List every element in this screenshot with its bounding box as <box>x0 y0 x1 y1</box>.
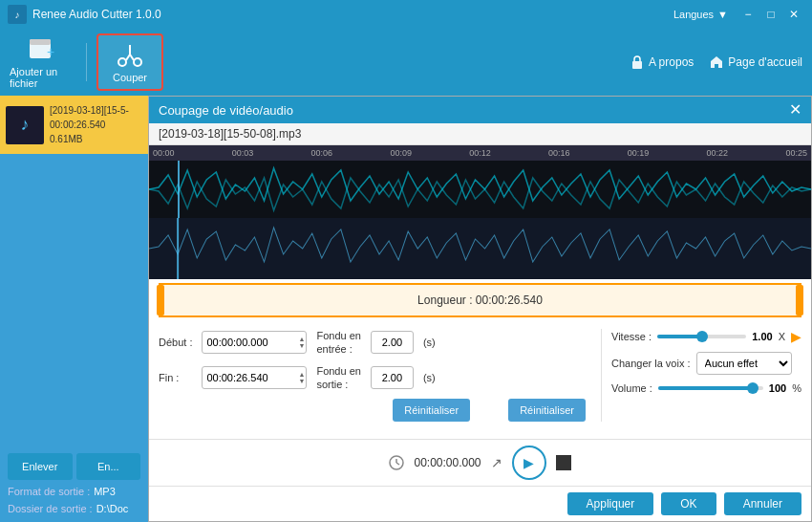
ok-button[interactable]: OK <box>661 492 716 515</box>
remove-button[interactable]: Enlever <box>8 453 73 480</box>
file-list-item[interactable]: ♪ [2019-03-18][15-5- 00:00:26.540 0.61MB <box>0 96 148 154</box>
folder-row: Dossier de sortie : D:\Doc <box>8 503 140 514</box>
format-label: Format de sortie : <box>8 486 90 497</box>
timeline-mark-4: 00:12 <box>469 148 491 158</box>
debut-value: 00:00:00.000 <box>206 337 267 348</box>
waveform-container: 00:00 00:03 00:06 00:09 00:12 00:16 00:1… <box>149 145 811 279</box>
timeline-mark-5: 00:16 <box>548 148 570 158</box>
volume-slider-thumb[interactable] <box>747 382 759 394</box>
playhead <box>178 161 180 218</box>
timeline-mark-3: 00:09 <box>390 148 412 158</box>
format-row: Format de sortie : MP3 <box>8 486 140 497</box>
fin-input[interactable]: 00:00:26.540 ▲ ▼ <box>202 366 307 389</box>
fin-row: Fin : 00:00:26.540 ▲ ▼ Fondu en sortie :… <box>159 364 591 392</box>
dialog-footer: Appliquer OK Annuler <box>149 486 811 521</box>
add-file-label: Ajouter un fichier <box>10 66 76 89</box>
cancel-button[interactable]: Annuler <box>724 492 801 515</box>
timeline-mark-6: 00:19 <box>628 148 650 158</box>
svg-text:+: + <box>47 44 54 59</box>
reinitialiser-fin-button[interactable]: Réinitialiser <box>508 399 586 422</box>
window-controls: − □ ✕ <box>737 4 804 25</box>
toolbar-right: A propos Page d'accueil <box>630 54 802 70</box>
selection-length: Longueur : 00:00:26.540 <box>417 294 543 307</box>
fondu-sortie-input[interactable]: 2.00 <box>371 366 414 389</box>
waveform-upper-svg: // Generated waveform bars <box>149 161 811 218</box>
toolbar: + Ajouter un fichier Couper A propos Pag… <box>0 29 812 96</box>
export-icon[interactable]: ↗ <box>491 455 502 470</box>
fondu-entree-input[interactable]: 2.00 <box>371 331 414 354</box>
maximize-button[interactable]: □ <box>760 4 781 25</box>
controls-split: Début : 00:00:00.000 ▲ ▼ Fondu en entrée… <box>159 329 801 422</box>
clock-icon <box>389 455 404 470</box>
vitesse-slider-fill <box>657 335 702 338</box>
timeline-mark-7: 00:22 <box>707 148 729 158</box>
svg-line-8 <box>130 54 134 60</box>
vitesse-slider-thumb[interactable] <box>696 331 708 342</box>
timeline-mark-2: 00:06 <box>311 148 333 158</box>
vitesse-play-icon[interactable]: ▶ <box>791 329 801 344</box>
add-file-button[interactable]: + Ajouter un fichier <box>10 33 76 91</box>
left-buttons-row: Enlever En... <box>8 453 140 480</box>
selection-area: Longueur : 00:00:26.540 <box>149 279 811 321</box>
dialog-close-button[interactable]: ✕ <box>789 102 801 118</box>
language-label: Langues <box>673 9 714 20</box>
volume-row: Volume : 100 % <box>611 382 801 394</box>
waveform-lower-svg <box>149 218 811 279</box>
controls-area: Début : 00:00:00.000 ▲ ▼ Fondu en entrée… <box>149 321 811 439</box>
vitesse-label: Vitesse : <box>611 331 652 342</box>
play-button[interactable]: ▶ <box>512 446 546 480</box>
dialog-header: Coupage de vidéo/audio ✕ <box>149 97 811 123</box>
home-label: Page d'accueil <box>728 55 802 69</box>
minimize-button[interactable]: − <box>737 4 759 25</box>
apply-button[interactable]: Appliquer <box>567 492 654 515</box>
selection-handle-left[interactable] <box>157 285 164 315</box>
fin-up-arrow[interactable]: ▲ <box>298 371 305 378</box>
voix-label: Changer la voix : <box>611 358 691 369</box>
debut-label: Début : <box>159 337 192 348</box>
selection-bar[interactable]: Longueur : 00:00:26.540 <box>159 283 801 317</box>
vitesse-value: 1.00 <box>752 331 772 342</box>
svg-rect-10 <box>632 61 642 69</box>
fin-spinners[interactable]: ▲ ▼ <box>298 371 305 384</box>
fondu-sortie-value: 2.00 <box>382 372 402 383</box>
debut-input[interactable]: 00:00:00.000 ▲ ▼ <box>202 331 307 354</box>
debut-down-arrow[interactable]: ▼ <box>299 342 306 349</box>
fondu-entree-value: 2.00 <box>382 337 402 348</box>
file-name-line1: [2019-03-18][15-5- <box>50 103 129 118</box>
voix-select[interactable]: Aucun effet <box>696 352 792 375</box>
debut-row: Début : 00:00:00.000 ▲ ▼ Fondu en entrée… <box>159 329 591 357</box>
reinitialiser-debut-button[interactable]: Réinitialiser <box>393 399 470 422</box>
lock-icon <box>630 54 645 70</box>
fin-down-arrow[interactable]: ▼ <box>298 378 305 384</box>
vitesse-slider[interactable] <box>657 335 746 338</box>
debut-spinners[interactable]: ▲ ▼ <box>299 336 306 349</box>
language-selector[interactable]: Langues ▼ <box>673 9 728 20</box>
left-bottom: Enlever En... Format de sortie : MP3 Dos… <box>0 446 148 522</box>
stop-button[interactable] <box>556 455 571 470</box>
fondu-sortie-label: Fondu en sortie : <box>316 364 360 392</box>
voix-row: Changer la voix : Aucun effet <box>611 352 801 375</box>
debut-up-arrow[interactable]: ▲ <box>299 336 306 342</box>
fondu-entree-label: Fondu en entrée : <box>316 329 360 357</box>
volume-slider[interactable] <box>658 386 763 390</box>
encode-button[interactable]: En... <box>76 453 141 480</box>
close-button[interactable]: ✕ <box>783 4 804 25</box>
svg-text:♪: ♪ <box>15 10 20 20</box>
file-thumbnail: ♪ <box>6 106 44 144</box>
fin-label: Fin : <box>159 372 179 383</box>
svg-point-6 <box>134 58 141 66</box>
controls-left: Début : 00:00:00.000 ▲ ▼ Fondu en entrée… <box>159 329 591 422</box>
add-file-icon: + <box>28 35 58 62</box>
selection-handle-right[interactable] <box>796 285 803 315</box>
language-dropdown-icon[interactable]: ▼ <box>717 9 728 20</box>
volume-value: 100 <box>769 382 786 394</box>
svg-line-16 <box>396 463 399 465</box>
titlebar: ♪ Renee Audio Cutter 1.0.0 Langues ▼ − □… <box>0 0 812 29</box>
apropos-button[interactable]: A propos <box>630 54 694 70</box>
home-button[interactable]: Page d'accueil <box>709 54 802 70</box>
cut-dialog: Coupage de vidéo/audio ✕ [2019-03-18][15… <box>148 96 812 522</box>
timeline-marks: 00:00 00:03 00:06 00:09 00:12 00:16 00:1… <box>153 148 807 158</box>
cut-button[interactable]: Couper <box>96 33 163 91</box>
timeline: 00:00 00:03 00:06 00:09 00:12 00:16 00:1… <box>149 145 811 161</box>
file-size: 0.61MB <box>50 132 129 146</box>
